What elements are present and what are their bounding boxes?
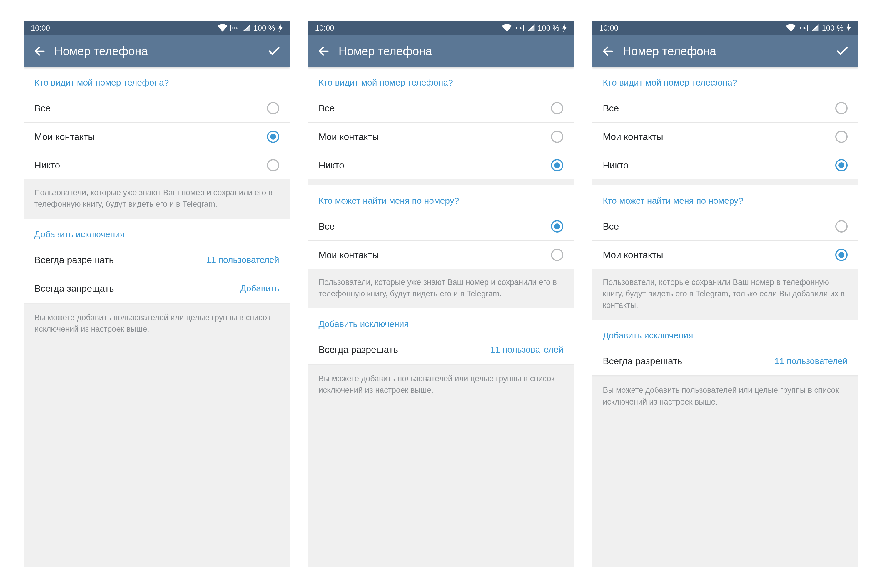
option-label: Все — [603, 103, 619, 114]
check-icon — [835, 44, 849, 58]
svg-text:LTE: LTE — [232, 26, 238, 30]
footnote-exceptions: Вы можете добавить пользователей или цел… — [308, 366, 574, 405]
arrow-left-icon — [602, 45, 615, 58]
radio-icon — [835, 249, 848, 261]
status-bar: 10:00 LTE 100 % — [308, 21, 574, 35]
option-everyone[interactable]: Все — [592, 94, 858, 123]
section-who-sees: Кто видит мой номер телефона? — [308, 67, 574, 94]
app-header: Номер телефона — [592, 35, 858, 67]
phone-screen-1: 10:00 LTE 100 % Номер телефона Кто видит… — [24, 21, 290, 567]
content-area: Кто видит мой номер телефона? Все Мои ко… — [592, 67, 858, 567]
find-option-everyone[interactable]: Все — [592, 212, 858, 241]
signal-icon — [810, 24, 819, 32]
option-label: Мои контакты — [603, 250, 663, 261]
confirm-button[interactable] — [834, 44, 851, 58]
exception-value: 11 пользователей — [206, 255, 279, 265]
radio-icon — [267, 159, 279, 171]
svg-text:LTE: LTE — [516, 26, 522, 30]
option-contacts[interactable]: Мои контакты — [308, 123, 574, 151]
option-label: Все — [318, 103, 334, 114]
content-area: Кто видит мой номер телефона? Все Мои ко… — [308, 67, 574, 567]
signal-icon — [242, 24, 250, 32]
option-label: Все — [318, 221, 334, 232]
exception-value: 11 пользователей — [774, 356, 848, 366]
confirm-button[interactable] — [265, 44, 283, 58]
battery-text: 100 % — [822, 24, 843, 33]
find-option-contacts[interactable]: Мои контакты — [308, 241, 574, 269]
radio-icon — [551, 159, 563, 171]
status-time: 10:00 — [31, 24, 50, 33]
status-indicators: LTE 100 % — [786, 24, 851, 33]
footnote-exceptions: Вы можете добавить пользователей или цел… — [24, 304, 290, 344]
phone-screen-2: 10:00 LTE 100 % Номер телефона Кто видит… — [308, 21, 574, 567]
option-label: Мои контакты — [603, 131, 663, 142]
arrow-left-icon — [33, 45, 46, 58]
exception-allow[interactable]: Всегда разрешать 11 пользователей — [308, 336, 574, 364]
option-label: Никто — [603, 160, 628, 171]
content-area: Кто видит мой номер телефона? Все Мои ко… — [24, 67, 290, 567]
lte-icon: LTE — [799, 25, 808, 31]
header-title: Номер телефона — [48, 45, 265, 58]
footnote-who-finds: Пользователи, которые уже знают Ваш номе… — [308, 269, 574, 308]
battery-text: 100 % — [254, 24, 275, 33]
charging-icon — [562, 24, 567, 32]
option-label: Все — [34, 103, 51, 114]
back-button[interactable] — [31, 45, 48, 58]
option-label: Мои контакты — [34, 131, 95, 142]
exception-deny[interactable]: Всегда запрещать Добавить — [24, 274, 290, 303]
option-label: Мои контакты — [318, 250, 379, 261]
svg-text:LTE: LTE — [800, 26, 807, 30]
radio-icon — [267, 130, 279, 143]
status-indicators: LTE 100 % — [218, 24, 283, 33]
option-label: Все — [603, 221, 619, 232]
arrow-left-icon — [317, 45, 330, 58]
charging-icon — [278, 24, 283, 32]
radio-icon — [835, 159, 848, 171]
exception-allow[interactable]: Всегда разрешать 11 пользователей — [24, 246, 290, 274]
exception-label: Всегда запрещать — [34, 283, 114, 294]
footnote-who-finds: Пользователи, которые сохранили Ваш номе… — [592, 269, 858, 320]
section-who-sees: Кто видит мой номер телефона? — [592, 67, 858, 94]
exception-label: Всегда разрешать — [318, 344, 398, 355]
exception-value: Добавить — [240, 284, 279, 293]
option-nobody[interactable]: Никто — [24, 151, 290, 179]
exception-allow[interactable]: Всегда разрешать 11 пользователей — [592, 347, 858, 375]
option-nobody[interactable]: Никто — [308, 151, 574, 179]
option-nobody[interactable]: Никто — [592, 151, 858, 179]
option-everyone[interactable]: Все — [24, 94, 290, 123]
radio-icon — [267, 102, 279, 114]
header-title: Номер телефона — [617, 45, 834, 58]
option-contacts[interactable]: Мои контакты — [592, 123, 858, 151]
section-exceptions: Добавить исключения — [592, 320, 858, 347]
exception-value: 11 пользователей — [490, 345, 564, 355]
status-indicators: LTE 100 % — [502, 24, 567, 33]
lte-icon: LTE — [231, 25, 239, 31]
status-time: 10:00 — [599, 24, 618, 33]
footnote-exceptions: Вы можете добавить пользователей или цел… — [592, 377, 858, 416]
check-icon — [267, 44, 281, 58]
back-button[interactable] — [315, 45, 333, 58]
wifi-icon — [502, 24, 512, 32]
radio-icon — [835, 220, 848, 232]
option-label: Мои контакты — [318, 131, 379, 142]
find-option-everyone[interactable]: Все — [308, 212, 574, 241]
phone-screen-3: 10:00 LTE 100 % Номер телефона Кто видит… — [592, 21, 858, 567]
charging-icon — [846, 24, 851, 32]
section-who-sees: Кто видит мой номер телефона? — [24, 67, 290, 94]
section-who-finds: Кто может найти меня по номеру? — [308, 185, 574, 212]
footnote-who-sees: Пользователи, которые уже знают Ваш номе… — [24, 179, 290, 219]
option-contacts[interactable]: Мои контакты — [24, 123, 290, 151]
section-who-finds: Кто может найти меня по номеру? — [592, 185, 858, 212]
radio-icon — [551, 220, 563, 232]
battery-text: 100 % — [538, 24, 560, 33]
radio-icon — [551, 102, 563, 114]
status-time: 10:00 — [315, 24, 334, 33]
back-button[interactable] — [599, 45, 617, 58]
option-label: Никто — [34, 160, 60, 171]
header-title: Номер телефона — [333, 45, 549, 58]
screenshot-row: 10:00 LTE 100 % Номер телефона Кто видит… — [0, 0, 882, 588]
option-label: Никто — [318, 160, 344, 171]
option-everyone[interactable]: Все — [308, 94, 574, 123]
find-option-contacts[interactable]: Мои контакты — [592, 241, 858, 269]
signal-icon — [526, 24, 535, 32]
